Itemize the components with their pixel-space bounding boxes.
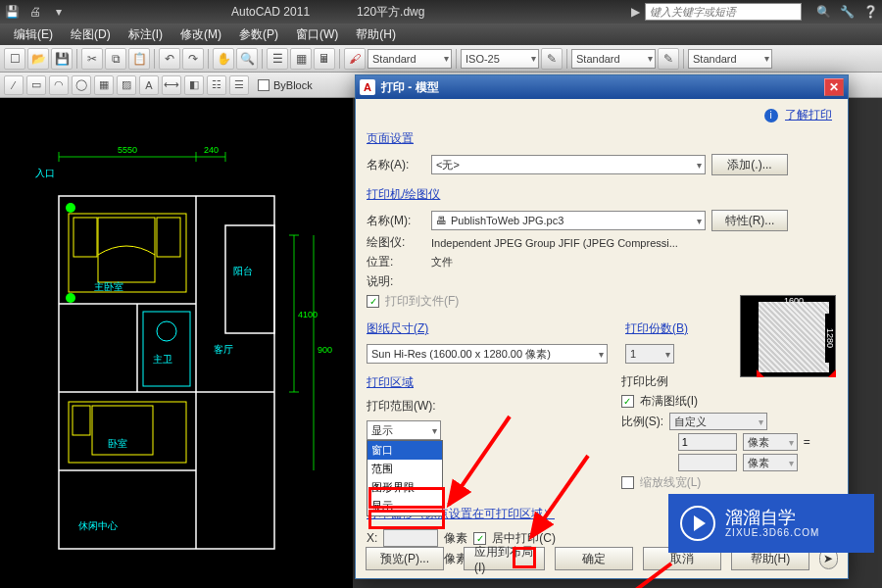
fit-check[interactable] [621,395,634,408]
tool-new-icon[interactable]: ☐ [4,48,25,70]
where-value: 文件 [431,255,453,270]
combo-standard-3[interactable]: Standard [688,49,772,69]
svg-rect-21 [69,402,186,463]
preview-height: 1280 [825,314,835,363]
tool-redo-icon[interactable]: ↷ [182,48,204,70]
tool-sheet-icon[interactable]: ▦ [290,48,312,70]
t2-circle-icon[interactable]: ◯ [72,75,91,95]
tool-layer-icon[interactable]: ✎ [658,48,679,70]
ratio-label: 比例(S): [621,414,663,430]
tool-undo-icon[interactable]: ↶ [159,48,180,70]
tool-copy-icon[interactable]: ⧉ [105,48,126,70]
save-icon[interactable]: 💾 [4,4,20,20]
printer-icon: 🖶 [436,215,447,226]
app-title: AutoCAD 2011 [231,5,310,19]
menu-window[interactable]: 窗口(W) [288,24,346,45]
t2-box-icon[interactable]: ▭ [26,75,46,95]
wrench-icon[interactable]: 🔧 [839,4,855,20]
copies-spinner[interactable]: 1 [625,344,674,364]
add-button[interactable]: 添加(.)... [711,154,788,175]
plotter-value: Independent JPEG Group JFIF (JPEG Compre… [431,237,678,249]
t2-dim-icon[interactable]: ⟷ [162,75,181,95]
print-icon[interactable]: 🖨 [27,4,43,20]
toolbar-row-1: ☐ 📂 💾 ✂ ⧉ 📋 ↶ ↷ ✋ 🔍 ☰ ▦ 🖩 🖌 Standard ISO… [0,45,882,73]
dim-4100: 4100 [298,310,318,319]
tool-calc-icon[interactable]: 🖩 [314,48,335,70]
search-input[interactable] [645,3,802,21]
ok-button[interactable]: 确定 [555,547,633,570]
byblock-label: ByBlock [273,79,313,91]
page-setup-header: 页面设置 [367,130,414,147]
preview-button[interactable]: 预览(P)... [366,547,444,570]
print-range-select[interactable]: 显示 [367,420,441,440]
binoculars-icon[interactable]: 🔍 [815,4,831,20]
scale-header: 打印比例 [621,374,668,388]
learn-print-link[interactable]: 了解打印 [785,108,832,122]
printer-name-label: 名称(M): [367,213,425,229]
t2-block-icon[interactable]: ◧ [184,75,204,95]
range-label: 打印范围(W): [367,398,436,415]
tool-props-icon[interactable]: ☰ [267,48,288,70]
t2-line-icon[interactable]: ∕ [4,75,24,95]
range-option-display[interactable]: 显示 [368,497,442,515]
copies-header: 打印份数(B) [625,320,688,337]
tool-zoom-icon[interactable]: 🔍 [236,48,258,70]
apply-button[interactable]: 应用到布局(I) [464,547,545,570]
range-option-limits[interactable]: 图形界限 [368,478,442,497]
papersize-header: 图纸尺寸(Z) [367,320,428,337]
help-icon[interactable]: ❔ [862,4,878,20]
close-button[interactable]: ✕ [824,78,844,96]
dialog-titlebar[interactable]: A 打印 - 模型 ✕ [356,75,848,99]
menu-edit[interactable]: 编辑(E) [6,24,61,45]
tool-paste-icon[interactable]: 📋 [128,48,150,70]
tool-brush-icon[interactable]: 🖌 [344,48,366,70]
svg-rect-5 [59,196,274,549]
room-entry: 入口 [35,168,55,178]
byblock-check[interactable]: ByBlock [258,79,313,91]
menu-parametric[interactable]: 参数(P) [231,24,286,45]
offset-x-input[interactable] [383,529,438,547]
t2-arc-icon[interactable]: ◠ [49,75,69,95]
properties-button[interactable]: 特性(R)... [711,210,788,231]
tool-cut-icon[interactable]: ✂ [81,48,103,70]
scale-bot-input [678,454,737,471]
t2-text-icon[interactable]: A [139,75,159,95]
combo-iso[interactable]: ISO-25 [461,49,539,69]
help-search[interactable]: ▶ [631,3,802,21]
t2-hatch-icon[interactable]: ▨ [117,75,136,95]
svg-rect-19 [143,312,190,386]
range-option-window[interactable]: 窗口 [368,441,442,460]
range-option-extents[interactable]: 范围 [368,460,442,478]
combo-standard-1[interactable]: Standard [368,49,452,69]
scale-bot-unit: 像素 [743,454,798,471]
menu-help[interactable]: 帮助(H) [348,24,404,45]
plotter-label: 绘图仪: [367,234,425,251]
svg-rect-13 [69,214,186,292]
t2-table-icon[interactable]: ☷ [207,75,226,95]
printer-name-select[interactable]: 🖶 PublishToWeb JPG.pc3 [431,211,706,230]
room-master: 主卧室 [94,281,123,292]
area-header: 打印区域 [367,374,414,391]
dropdown-icon[interactable]: ▾ [51,4,67,20]
play-icon [680,506,715,541]
offset-x-unit: 像素 [444,530,467,547]
t2-more-icon[interactable]: ☰ [229,75,249,95]
tool-save-icon[interactable]: 💾 [51,48,73,70]
menu-draw[interactable]: 绘图(D) [63,24,119,45]
menu-modify[interactable]: 修改(M) [172,24,229,45]
combo-standard-2[interactable]: Standard [571,49,656,69]
tool-pan-icon[interactable]: ✋ [213,48,234,70]
print-range-dropdown[interactable]: 窗口 范围 图形界限 显示 [367,440,443,516]
menu-dimension[interactable]: 标注(I) [121,24,171,45]
tool-open-icon[interactable]: 📂 [27,48,49,70]
papersize-select[interactable]: Sun Hi-Res (1600.00 x 1280.00 像素) [367,344,608,364]
lw-label: 缩放线宽(L) [640,474,702,491]
tool-dim-icon[interactable]: ✎ [541,48,563,70]
scale-top-unit: 像素 [743,433,798,451]
autocad-icon: A [360,79,375,95]
checkbox-icon [258,79,270,91]
drawing-viewport[interactable]: 5550 240 入口 主卧室 阳台 主卫 客厅 卧室 休闲中心 4100 90… [0,98,353,588]
t2-grid-icon[interactable]: ▦ [94,75,114,95]
pagesetup-name-select[interactable]: <无> [431,155,706,174]
room-bedroom2: 卧室 [108,438,127,449]
